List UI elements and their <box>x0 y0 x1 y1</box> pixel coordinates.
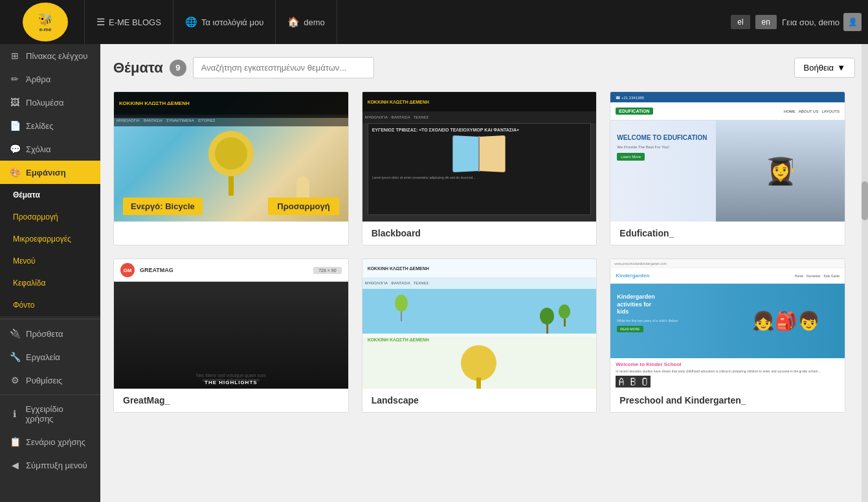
greatmag-brand: GREATMAG <box>140 267 173 273</box>
edufication-name: Edufication_ <box>610 222 845 245</box>
sidebar-item-comments[interactable]: 💬 Σχόλια <box>0 137 100 161</box>
comments-icon: 💬 <box>9 144 21 154</box>
greatmag-logo: GM <box>120 263 135 277</box>
scrollbar-track[interactable] <box>862 44 868 502</box>
sidebar-item-customize[interactable]: Προσαρμογή <box>0 206 100 228</box>
main-layout: ⊞ Πίνακας ελέγχου ✏ Άρθρα 🖼 Πολυμέσα 📄 Σ… <box>0 44 868 502</box>
top-nav: 🐝 e-me ☰ E-ME BLOGS 🌐 Τα ιστολόγιά μου 🏠… <box>0 0 868 44</box>
nav-mysites-icon: 🌐 <box>185 16 197 28</box>
sidebar-customize-label: Προσαρμογή <box>13 212 58 222</box>
user-greeting-text: Γεια σου, demo <box>782 17 840 27</box>
help-button[interactable]: Βοήθεια ▼ <box>794 58 855 78</box>
sidebar-divider-1 <box>0 319 100 319</box>
sidebar-settings-label: Ρυθμίσεις <box>26 376 62 385</box>
bicycle-active-overlay: Ενεργό: Bicycle Προσαρμογή <box>114 191 348 222</box>
sidebar-item-dashboard[interactable]: ⊞ Πίνακας ελέγχου <box>0 44 100 67</box>
themes-grid: ΚΟΚΚΙΝΗ ΚΛΩΣΤΗ ΔΕΜΕΝΗ ΜΥΘΟΛΟΓΙΑ ΦΑΝΤΑΣΙΑ… <box>113 91 855 413</box>
nav-mysites-label: Τα ιστολόγιά μου <box>201 17 263 27</box>
nav-demo-label: demo <box>304 17 325 27</box>
sidebar-item-collapse[interactable]: ◀ Σύμπτυξη μενού <box>0 453 100 477</box>
nav-demo[interactable]: 🏠 demo <box>276 0 337 44</box>
themes-header: Θέματα 9 Βοήθεια ▼ <box>113 57 855 78</box>
sidebar-item-tools[interactable]: 🔧 Εργαλεία <box>0 345 100 369</box>
landscape-preview-bg: ΚΟΚΚΙΝΗ ΚΛΩΣΤΗ ΔΕΜΕΝΗ ΜΥΘΟΛΟΓΙΑ ΦΑΝΤΑΣΙΑ… <box>362 259 597 389</box>
chevron-down-icon: ▼ <box>837 63 845 73</box>
logo-circle: 🐝 e-me <box>23 3 68 41</box>
nav-blogs-icon: ☰ <box>96 16 105 28</box>
theme-preview-preschool: www.preschoolandkindergarten.com Kinderg… <box>610 259 845 389</box>
logo-sub-text: e-me <box>39 27 52 32</box>
sidebar: ⊞ Πίνακας ελέγχου ✏ Άρθρα 🖼 Πολυμέσα 📄 Σ… <box>0 44 100 502</box>
nav-blogs-label: E-ME BLOGS <box>109 17 161 27</box>
bicycle-nav-title: ΚΟΚΚΙΝΗ ΚΛΩΣΤΗ ΔΕΜΕΝΗ <box>119 100 190 106</box>
sidebar-header-label: Κεφαλίδα <box>13 279 45 288</box>
settings-icon: ⚙ <box>9 375 21 385</box>
theme-card-preschool[interactable]: www.preschoolandkindergarten.com Kinderg… <box>610 258 845 413</box>
sidebar-item-menu[interactable]: Μενού <box>0 250 100 272</box>
sidebar-item-themes[interactable]: Θέματα <box>0 184 100 206</box>
sidebar-item-microapps[interactable]: Μικροεφαρμογές <box>0 228 100 250</box>
themes-title: Θέματα <box>113 60 163 76</box>
preschool-name: Preschool and Kindergarten_ <box>610 389 845 412</box>
nav-my-sites[interactable]: 🌐 Τα ιστολόγιά μου <box>173 0 276 44</box>
landscape-nav: ΚΟΚΚΙΝΗ ΚΛΩΣΤΗ ΔΕΜΕΝΗ <box>362 259 597 277</box>
nav-blogs[interactable]: ☰ E-ME BLOGS <box>84 0 173 44</box>
lang-en-button[interactable]: en <box>755 15 777 29</box>
theme-card-edufication[interactable]: ☎ +21 2341985 EDUFICATION HOME ABOUT US … <box>610 91 845 245</box>
nav-demo-icon: 🏠 <box>287 16 300 28</box>
sidebar-item-plugins[interactable]: 🔌 Πρόσθετα <box>0 322 100 345</box>
user-greeting-area: Γεια σου, demo 👤 <box>782 13 862 31</box>
sidebar-item-pages[interactable]: 📄 Σελίδες <box>0 114 100 137</box>
bicycle-customize-button[interactable]: Προσαρμογή <box>268 198 339 215</box>
articles-icon: ✏ <box>9 74 21 84</box>
blackboard-preview-bg: ΚΟΚΚΙΝΗ ΚΛΩΣΤΗ ΔΕΜΕΝΗ ΜΥΘΟΛΟΓΙΑ ΦΑΝΤΑΣΙΑ… <box>362 92 597 222</box>
theme-preview-blackboard: ΚΟΚΚΙΝΗ ΚΛΩΣΤΗ ΔΕΜΕΝΗ ΜΥΘΟΛΟΓΙΑ ΦΑΝΤΑΣΙΑ… <box>362 92 597 222</box>
sidebar-item-settings[interactable]: ⚙ Ρυθμίσεις <box>0 369 100 392</box>
edufication-preview-bg: ☎ +21 2341985 EDUFICATION HOME ABOUT US … <box>610 92 845 222</box>
scrollbar-thumb <box>862 181 868 220</box>
greatmag-header: GM GREATMAG 728 × 90 <box>114 259 348 282</box>
user-avatar[interactable]: 👤 <box>843 13 862 31</box>
sidebar-manual-label: Εγχειρίδιο χρήσης <box>25 404 91 424</box>
sidebar-collapse-label: Σύμπτυξη μενού <box>26 461 87 470</box>
bicycle-tree <box>208 131 254 196</box>
themes-count-badge: 9 <box>170 60 186 76</box>
sidebar-item-scenario[interactable]: 📋 Σενάριο χρήσης <box>0 430 100 453</box>
sidebar-articles-label: Άρθρα <box>26 74 50 84</box>
manual-icon: ℹ <box>9 409 20 419</box>
greatmag-preview-bg: GM GREATMAG 728 × 90 Nec libero sed volu… <box>114 259 348 389</box>
sidebar-comments-label: Σχόλια <box>26 144 50 154</box>
sidebar-scenario-label: Σενάριο χρήσης <box>26 437 85 447</box>
theme-card-bicycle[interactable]: ΚΟΚΚΙΝΗ ΚΛΩΣΤΗ ΔΕΜΕΝΗ ΜΥΘΟΛΟΓΙΑ ΦΑΝΤΑΣΙΑ… <box>113 91 349 245</box>
dashboard-icon: ⊞ <box>9 51 21 61</box>
top-right-area: el en Γεια σου, demo 👤 <box>731 13 862 31</box>
sidebar-item-header[interactable]: Κεφαλίδα <box>0 272 100 294</box>
sidebar-item-font[interactable]: Φόντο <box>0 294 100 316</box>
sidebar-item-manual[interactable]: ℹ Εγχειρίδιο χρήσης <box>0 398 100 430</box>
theme-card-landscape[interactable]: ΚΟΚΚΙΝΗ ΚΛΩΣΤΗ ΔΕΜΕΝΗ ΜΥΘΟΛΟΓΙΑ ΦΑΝΤΑΣΙΑ… <box>362 258 597 413</box>
theme-card-blackboard[interactable]: ΚΟΚΚΙΝΗ ΚΛΩΣΤΗ ΔΕΜΕΝΗ ΜΥΘΟΛΟΓΙΑ ΦΑΝΤΑΣΙΑ… <box>362 91 597 245</box>
sidebar-menu-label: Μενού <box>13 257 36 266</box>
theme-preview-bicycle: ΚΟΚΚΙΝΗ ΚΛΩΣΤΗ ΔΕΜΕΝΗ ΜΥΘΟΛΟΓΙΑ ΦΑΝΤΑΣΙΑ… <box>114 92 348 222</box>
themes-search-input[interactable] <box>193 57 374 78</box>
sidebar-plugins-label: Πρόσθετα <box>26 329 63 339</box>
sidebar-item-articles[interactable]: ✏ Άρθρα <box>0 67 100 91</box>
collapse-icon: ◀ <box>9 460 21 470</box>
lang-el-button[interactable]: el <box>731 15 750 29</box>
sidebar-tools-label: Εργαλεία <box>26 352 60 362</box>
media-icon: 🖼 <box>9 97 21 108</box>
logo[interactable]: 🐝 e-me <box>6 3 84 41</box>
sidebar-font-label: Φόντο <box>13 301 35 310</box>
sidebar-themes-label: Θέματα <box>13 190 40 200</box>
sidebar-submenu-appearance: Θέματα Προσαρμογή Μικροεφαρμογές Μενού Κ… <box>0 184 100 316</box>
sidebar-item-media[interactable]: 🖼 Πολυμέσα <box>0 91 100 114</box>
sidebar-pages-label: Σελίδες <box>26 121 54 131</box>
sidebar-appearance-label: Εμφάνιση <box>26 168 66 177</box>
sidebar-microapps-label: Μικροεφαρμογές <box>13 234 71 244</box>
nav-links: ☰ E-ME BLOGS 🌐 Τα ιστολόγιά μου 🏠 demo <box>84 0 731 44</box>
theme-preview-greatmag: GM GREATMAG 728 × 90 Nec libero sed volu… <box>114 259 348 389</box>
help-label: Βοήθεια <box>804 63 834 73</box>
theme-card-greatmag[interactable]: GM GREATMAG 728 × 90 Nec libero sed volu… <box>113 258 349 413</box>
blackboard-name: Blackboard <box>362 222 597 245</box>
sidebar-item-appearance[interactable]: 🎨 Εμφάνιση <box>0 161 100 184</box>
